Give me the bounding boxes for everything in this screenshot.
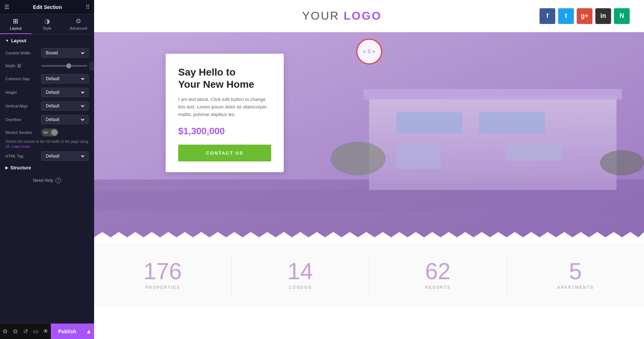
edit-panel: ☰ Edit Section ⠿ ⊞ Layout ◑ Style ⚙ Adva… [0, 0, 94, 339]
hamburger-icon[interactable]: ☰ [4, 4, 9, 10]
html-tag-select[interactable]: Default [41, 151, 89, 161]
content-width-row: Content Width Boxed Full Width [5, 48, 89, 58]
width-slider[interactable] [41, 65, 87, 67]
width-row: Width ⛓ 980 [5, 62, 89, 70]
stat-properties: 176 PROPERTIES [94, 253, 232, 297]
panel-tabs: ⊞ Layout ◑ Style ⚙ Advanced [0, 14, 94, 34]
height-select[interactable]: Default [41, 88, 89, 97]
content-width-label: Content Width [5, 51, 41, 55]
need-help-label: Need Help [33, 178, 53, 183]
vertical-align-dropdown[interactable]: Default [44, 103, 86, 109]
stat-condos-number: 14 [288, 260, 313, 283]
style-icon: ◑ [44, 17, 50, 25]
hero-section: + ⠿ × Say Hello toYour New Home I am tex… [94, 32, 644, 243]
stretch-toggle[interactable]: No [41, 129, 58, 136]
tab-layout[interactable]: ⊞ Layout [0, 14, 31, 34]
panel-content: ▼ Layout Content Width Boxed Full Width … [0, 34, 94, 339]
height-row: Height Default [5, 88, 89, 97]
tab-style-label: Style [43, 26, 51, 30]
grid-icon[interactable]: ⠿ [86, 4, 90, 10]
width-input[interactable]: 980 [89, 62, 94, 70]
stat-apartments: 5 APARTMENTS [507, 253, 644, 297]
stretch-help-text: Stretch the section to the full width of… [5, 139, 89, 149]
add-section-icon[interactable]: + [363, 49, 366, 54]
tab-advanced-label: Advanced [70, 26, 87, 30]
section-drag-handle[interactable]: + ⠿ × [356, 39, 382, 64]
width-label: Width ⛓ [5, 63, 41, 68]
history-icon[interactable]: ↺ [20, 324, 30, 339]
delete-section-icon[interactable]: × [372, 49, 375, 54]
layout-section-label: Layout [11, 38, 26, 43]
layout-icon: ⊞ [13, 17, 18, 25]
html-tag-row: HTML Tag Default [5, 151, 89, 161]
stat-properties-label: PROPERTIES [145, 285, 180, 290]
card-price: $1,300,000 [178, 126, 271, 137]
responsive-icon[interactable]: ▭ [30, 324, 40, 339]
property-card: Say Hello toYour New Home I am text bloc… [166, 54, 284, 172]
preview-icon[interactable]: 👁 [41, 324, 51, 339]
stat-resorts-label: RESORTS [425, 285, 451, 290]
stat-resorts: 62 RESORTS [369, 253, 507, 297]
structure-arrow-icon: ▶ [5, 166, 8, 170]
collapse-button[interactable]: ▲ [83, 324, 94, 339]
main-content: YOUR LOGO f t g+ in N [94, 0, 644, 339]
bottom-bar: ⚙ ⧉ ↺ ▭ 👁 Publish ▲ [0, 323, 94, 339]
vertical-align-row: Vertical Align Default [5, 101, 89, 111]
panel-title: Edit Section [33, 4, 62, 10]
layers-icon[interactable]: ⧉ [10, 324, 20, 339]
greenr-icon[interactable]: N [614, 8, 630, 24]
overflow-label: Overflow [5, 117, 41, 122]
html-tag-dropdown[interactable]: Default [44, 153, 86, 159]
stat-resorts-number: 62 [425, 260, 450, 283]
tab-style[interactable]: ◑ Style [31, 14, 63, 34]
columns-gap-select[interactable]: Default [41, 74, 89, 83]
structure-section-header[interactable]: ▶ Structure [5, 165, 89, 170]
settings-icon[interactable]: ⚙ [0, 324, 10, 339]
instagram-icon[interactable]: in [595, 8, 611, 24]
stretch-section-label: Stretch Section [5, 130, 41, 135]
contact-us-button[interactable]: CONTACT US [178, 145, 271, 161]
social-icons: f t g+ in N [540, 8, 630, 24]
site-logo: YOUR LOGO [302, 9, 382, 23]
toggle-text: No [44, 131, 48, 134]
layout-arrow-icon: ▼ [5, 39, 9, 43]
twitter-icon[interactable]: t [558, 8, 574, 24]
stat-properties-number: 176 [143, 260, 182, 283]
width-slider-container: 980 [41, 62, 94, 70]
advanced-icon: ⚙ [75, 17, 81, 25]
tab-layout-label: Layout [10, 26, 21, 30]
stretch-section-row: Stretch Section No [5, 129, 89, 136]
link-icon: ⛓ [17, 63, 21, 68]
content-width-select[interactable]: Boxed Full Width [41, 48, 89, 58]
html-tag-label: HTML Tag [5, 154, 41, 158]
layout-section-header[interactable]: ▼ Layout [5, 38, 89, 43]
tab-advanced[interactable]: ⚙ Advanced [63, 14, 94, 34]
stat-condos: 14 CONDOS [232, 253, 370, 297]
drag-icon[interactable]: ⠿ [367, 49, 371, 54]
site-header: YOUR LOGO f t g+ in N [94, 0, 644, 32]
help-icon[interactable]: ? [55, 178, 61, 183]
stat-apartments-number: 5 [569, 260, 582, 283]
overflow-row: Overflow Default [5, 115, 89, 124]
vertical-align-select[interactable]: Default [41, 101, 89, 111]
height-dropdown[interactable]: Default [44, 89, 86, 95]
card-title: Say Hello toYour New Home [178, 66, 271, 90]
columns-gap-dropdown[interactable]: Default [44, 76, 86, 82]
vertical-align-label: Vertical Align [5, 104, 41, 108]
learn-more-link[interactable]: Learn more. [11, 145, 31, 149]
overflow-dropdown[interactable]: Default [44, 117, 86, 122]
publish-button[interactable]: Publish [51, 324, 83, 339]
columns-gap-label: Columns Gap [5, 77, 41, 81]
stat-apartments-label: APARTMENTS [557, 285, 594, 290]
google-plus-icon[interactable]: g+ [577, 8, 592, 24]
height-label: Height [5, 90, 41, 95]
columns-gap-row: Columns Gap Default [5, 74, 89, 83]
card-description: I am text block. Click edit button to ch… [178, 96, 271, 118]
panel-header: ☰ Edit Section ⠿ [0, 0, 94, 14]
toggle-knob [51, 129, 58, 136]
stat-condos-label: CONDOS [289, 285, 312, 290]
stats-section: 176 PROPERTIES 14 CONDOS 62 RESORTS 5 AP… [94, 243, 644, 307]
content-width-dropdown[interactable]: Boxed Full Width [44, 50, 86, 56]
overflow-select[interactable]: Default [41, 115, 89, 124]
facebook-icon[interactable]: f [540, 8, 555, 24]
